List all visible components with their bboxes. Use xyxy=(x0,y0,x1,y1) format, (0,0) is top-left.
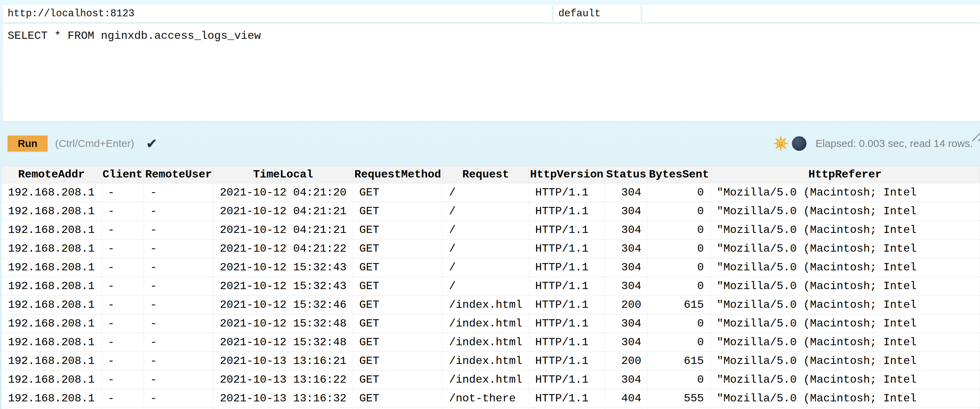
cell-BytesSent: 0 xyxy=(648,333,710,352)
cell-Request: /index.html xyxy=(442,352,528,371)
cell-RemoteAddr: 192.168.208.1 xyxy=(2,314,102,333)
cell-Status: 304 xyxy=(605,371,648,389)
cell-RequestMethod: GET xyxy=(353,183,443,202)
cell-RemoteAddr: 192.168.208.1 xyxy=(2,202,102,221)
cell-TimeLocal: 2021-10-12 15:32:43 xyxy=(213,258,353,277)
column-header-HttpVersion: HttpVersion xyxy=(529,166,605,183)
cell-Client: - xyxy=(101,202,144,221)
query-stats-text: Elapsed: 0.003 sec, read 14 rows. xyxy=(816,138,973,149)
cell-BytesSent: 0 xyxy=(648,239,710,258)
results-table-zone: RemoteAddrClientRemoteUserTimeLocalReque… xyxy=(2,166,980,409)
cell-HttpReferer: "Mozilla/5.0 (Macintosh; Intel xyxy=(710,314,980,333)
table-row: 192.168.208.1--2021-10-12 04:21:20GET/HT… xyxy=(2,183,980,202)
cell-RequestMethod: GET xyxy=(353,333,443,352)
cell-RemoteUser: - xyxy=(144,258,213,277)
cell-Request: /index.html xyxy=(442,314,528,333)
cell-Request: /index.html xyxy=(442,371,528,389)
table-row: 192.168.208.1--2021-10-12 04:21:21GET/HT… xyxy=(2,202,980,221)
cell-HttpVersion: HTTP/1.1 xyxy=(529,277,605,296)
cell-RemoteAddr: 192.168.208.1 xyxy=(2,221,102,239)
cell-Client: - xyxy=(101,277,144,296)
cell-HttpReferer: "Mozilla/5.0 (Macintosh; Intel xyxy=(710,333,980,352)
cell-HttpReferer: "Mozilla/5.0 (Macintosh; Intel xyxy=(710,239,980,258)
cell-BytesSent: 0 xyxy=(648,371,710,389)
cell-RemoteAddr: 192.168.208.1 xyxy=(2,183,102,202)
cell-RemoteAddr: 192.168.208.1 xyxy=(2,258,102,277)
column-header-Status: Status xyxy=(605,166,648,183)
cell-HttpReferer: "Mozilla/5.0 (Macintosh; Intel xyxy=(710,258,980,277)
cell-RequestMethod: GET xyxy=(353,389,443,408)
cell-Request: / xyxy=(442,258,528,277)
run-shortcut-hint: (Ctrl/Cmd+Enter) xyxy=(55,138,134,149)
cell-Status: 304 xyxy=(605,202,648,221)
cell-TimeLocal: 2021-10-12 04:21:21 xyxy=(213,202,353,221)
cell-Request: /not-there xyxy=(442,389,528,408)
cell-Client: - xyxy=(101,314,144,333)
cell-HttpVersion: HTTP/1.1 xyxy=(529,221,605,239)
cell-BytesSent: 0 xyxy=(648,314,710,333)
cell-HttpVersion: HTTP/1.1 xyxy=(529,371,605,389)
cell-RemoteUser: - xyxy=(144,221,213,239)
table-row: 192.168.208.1--2021-10-12 04:21:21GET/HT… xyxy=(2,221,980,239)
cell-RemoteUser: - xyxy=(144,333,213,352)
cell-RemoteAddr: 192.168.208.1 xyxy=(2,352,102,371)
cell-HttpReferer: "Mozilla/5.0 (Macintosh; Intel xyxy=(710,202,980,221)
cell-TimeLocal: 2021-10-12 15:32:48 xyxy=(213,314,353,333)
cell-HttpVersion: HTTP/1.1 xyxy=(529,352,605,371)
cell-Client: - xyxy=(101,183,144,202)
cell-Status: 200 xyxy=(605,296,648,314)
run-button[interactable]: Run xyxy=(8,136,48,151)
cell-RemoteUser: - xyxy=(144,202,213,221)
cell-Request: / xyxy=(442,239,528,258)
cell-RemoteUser: - xyxy=(144,239,213,258)
table-row-partial xyxy=(2,408,980,409)
cell-RemoteUser: - xyxy=(144,277,213,296)
cell-RemoteAddr: 192.168.208.1 xyxy=(2,333,102,352)
cell-BytesSent: 615 xyxy=(648,352,710,371)
cell-RequestMethod: GET xyxy=(353,296,443,314)
cell-Client: - xyxy=(101,371,144,389)
user-input[interactable] xyxy=(554,5,641,22)
query-textarea[interactable]: SELECT * FROM nginxdb.access_logs_view xyxy=(3,24,980,121)
cell-Status: 304 xyxy=(605,221,648,239)
server-url-input[interactable] xyxy=(3,5,552,22)
cell-Request: / xyxy=(442,277,528,296)
cell-BytesSent: 0 xyxy=(648,202,710,221)
cell-Client: - xyxy=(101,389,144,408)
cell-TimeLocal: 2021-10-13 13:16:21 xyxy=(213,352,353,371)
table-row: 192.168.208.1--2021-10-12 15:32:48GET/in… xyxy=(2,314,980,333)
table-header-row: RemoteAddrClientRemoteUserTimeLocalReque… xyxy=(2,166,980,183)
cell-RemoteUser: - xyxy=(144,183,213,202)
cell-RemoteUser: - xyxy=(144,389,213,408)
cell-HttpVersion: HTTP/1.1 xyxy=(529,258,605,277)
password-input[interactable] xyxy=(642,5,980,22)
cell-Request: / xyxy=(442,183,528,202)
column-header-RemoteAddr: RemoteAddr xyxy=(2,166,102,183)
cell-Status: 304 xyxy=(605,277,648,296)
cell-Status: 304 xyxy=(605,183,648,202)
cell-TimeLocal: 2021-10-13 13:16:22 xyxy=(213,371,353,389)
light-theme-sun-icon[interactable] xyxy=(774,136,788,151)
cell-HttpReferer: "Mozilla/5.0 (Macintosh; Intel xyxy=(710,371,980,389)
cell-Status: 304 xyxy=(605,314,648,333)
connection-bar xyxy=(0,0,980,22)
table-row: 192.168.208.1--2021-10-13 13:16:32GET/no… xyxy=(2,389,980,408)
cell-HttpVersion: HTTP/1.1 xyxy=(529,183,605,202)
column-header-Request: Request xyxy=(442,166,528,183)
cell-RequestMethod: GET xyxy=(353,314,443,333)
dark-theme-moon-icon[interactable] xyxy=(792,136,807,151)
cell-Request: /index.html xyxy=(442,333,528,352)
column-header-BytesSent: BytesSent xyxy=(648,166,710,183)
cell-TimeLocal: 2021-10-12 04:21:20 xyxy=(213,183,353,202)
cell-TimeLocal: 2021-10-12 15:32:48 xyxy=(213,333,353,352)
cell-TimeLocal: 2021-10-12 04:21:21 xyxy=(213,221,353,239)
column-header-Client: Client xyxy=(101,166,144,183)
cell-RemoteAddr: 192.168.208.1 xyxy=(2,277,102,296)
cell-BytesSent: 0 xyxy=(648,183,710,202)
cell-HttpVersion: HTTP/1.1 xyxy=(529,296,605,314)
cell-BytesSent: 615 xyxy=(648,296,710,314)
table-row: 192.168.208.1--2021-10-12 15:32:43GET/HT… xyxy=(2,277,980,296)
cell-RemoteUser: - xyxy=(144,296,213,314)
cell-RequestMethod: GET xyxy=(353,371,443,389)
results-table: RemoteAddrClientRemoteUserTimeLocalReque… xyxy=(2,166,980,409)
